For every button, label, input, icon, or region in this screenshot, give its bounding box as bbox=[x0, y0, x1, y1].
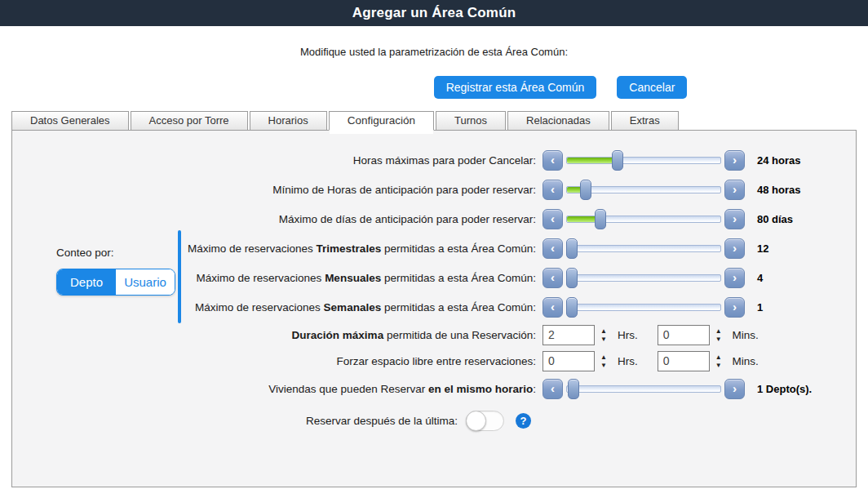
conteo-section-divider bbox=[178, 230, 181, 323]
slider-handle[interactable] bbox=[568, 379, 579, 399]
mins-unit-label: Mins. bbox=[733, 329, 759, 341]
chevron-right-icon: › bbox=[733, 183, 737, 195]
label-text: permitida de una Reservación: bbox=[383, 329, 536, 341]
conteo-option-usuario[interactable]: Usuario bbox=[116, 269, 175, 295]
label-text: Máximo de reservaciones bbox=[195, 301, 324, 313]
row-duracion-maxima: Duración máxima permitida de una Reserva… bbox=[12, 322, 856, 348]
slider-track[interactable] bbox=[566, 186, 721, 193]
slider-handle[interactable] bbox=[566, 297, 578, 318]
slider-track[interactable] bbox=[566, 385, 721, 393]
last-reservation-toggle[interactable] bbox=[466, 411, 504, 431]
tab-configuracion[interactable]: Configuración bbox=[329, 111, 434, 131]
tab-extras[interactable]: Extras bbox=[611, 111, 679, 131]
tab-datos-generales[interactable]: Datos Generales bbox=[11, 111, 129, 131]
spinner-down-icon[interactable]: ▼ bbox=[715, 336, 722, 342]
slider-value: 80 días bbox=[757, 213, 793, 225]
row-forzar-espacio: Forzar espacio libre entre reservaciones… bbox=[12, 348, 856, 374]
setting-label: Mínimo de Horas de anticipación para pod… bbox=[12, 184, 536, 196]
slider-handle[interactable] bbox=[612, 150, 623, 171]
slider-decrement-button[interactable]: ‹ bbox=[542, 297, 563, 318]
chevron-right-icon: › bbox=[733, 212, 737, 225]
hours-unit-label: Hrs. bbox=[618, 355, 638, 367]
mensuales-slider: ‹ › bbox=[542, 268, 745, 288]
row-minimo-horas-anticipacion: Mínimo de Horas de anticipación para pod… bbox=[12, 175, 856, 204]
tab-acceso-por-torre[interactable]: Acceso por Torre bbox=[131, 111, 248, 131]
slider-decrement-button[interactable]: ‹ bbox=[542, 268, 563, 288]
gap-mins-input[interactable] bbox=[658, 351, 710, 371]
cancel-button[interactable]: Cancelar bbox=[617, 76, 687, 99]
configuration-panel: Conteo por: Depto Usuario Horas máximas … bbox=[11, 130, 857, 487]
slider-handle[interactable] bbox=[595, 209, 606, 229]
duration-mins-spinner: ▲▼ bbox=[715, 328, 722, 342]
spinner-down-icon[interactable]: ▼ bbox=[600, 362, 607, 368]
tab-horarios[interactable]: Horarios bbox=[250, 111, 327, 131]
setting-label: Viviendas que pueden Reservar en el mism… bbox=[12, 383, 536, 395]
setting-label: Máximo de reservaciones Semanales permit… bbox=[12, 301, 536, 313]
spinner-down-icon[interactable]: ▼ bbox=[715, 362, 722, 368]
slider-decrement-button[interactable]: ‹ bbox=[542, 238, 563, 259]
row-viviendas-mismo-horario: Viviendas que pueden Reservar en el mism… bbox=[12, 374, 856, 403]
slider-handle[interactable] bbox=[566, 238, 578, 259]
slider-increment-button[interactable]: › bbox=[724, 209, 745, 229]
slider-track[interactable] bbox=[566, 157, 721, 164]
slider-value: 48 horas bbox=[757, 184, 800, 196]
instruction-text: Modifique usted la parametrización de es… bbox=[0, 46, 868, 58]
slider-track[interactable] bbox=[566, 304, 721, 311]
duration-hours-input[interactable] bbox=[542, 325, 595, 345]
slider-value: 1 bbox=[757, 301, 763, 313]
slider-decrement-button[interactable]: ‹ bbox=[542, 180, 563, 200]
spinner-up-icon[interactable]: ▲ bbox=[715, 354, 722, 360]
help-icon[interactable]: ? bbox=[516, 413, 531, 429]
slider-increment-button[interactable]: › bbox=[724, 150, 745, 171]
slider-handle[interactable] bbox=[580, 180, 591, 200]
slider-increment-button[interactable]: › bbox=[724, 379, 745, 399]
spinner-up-icon[interactable]: ▲ bbox=[715, 328, 722, 334]
spinner-up-icon[interactable]: ▲ bbox=[600, 328, 607, 334]
duration-mins-input[interactable] bbox=[658, 325, 710, 345]
toggle-knob[interactable] bbox=[466, 411, 486, 431]
chevron-left-icon: ‹ bbox=[551, 382, 555, 394]
slider-increment-button[interactable]: › bbox=[724, 268, 745, 288]
slider-value: 24 horas bbox=[757, 154, 800, 167]
label-text: permitidas a esta Área Común: bbox=[381, 242, 536, 255]
register-button[interactable]: Registrar esta Área Común bbox=[434, 76, 597, 99]
page-title: Agregar un Área Común bbox=[352, 5, 516, 21]
slider-track[interactable] bbox=[566, 216, 721, 223]
gap-hours-input[interactable] bbox=[542, 351, 595, 371]
slider-decrement-button[interactable]: ‹ bbox=[542, 379, 563, 399]
slider-track[interactable] bbox=[566, 245, 721, 252]
row-horas-maximas-cancelar: Horas máximas para poder Cancelar: ‹ › 2… bbox=[12, 145, 856, 175]
setting-label: Máximo de días de anticipación para pode… bbox=[12, 213, 536, 225]
chevron-right-icon: › bbox=[733, 242, 737, 254]
row-maximo-dias-anticipacion: Máximo de días de anticipación para pode… bbox=[12, 204, 856, 233]
slider-track[interactable] bbox=[566, 274, 721, 282]
slider-decrement-button[interactable]: ‹ bbox=[542, 209, 563, 229]
slider-increment-button[interactable]: › bbox=[724, 238, 745, 259]
label-text: Máximo de días de anticipación para pode… bbox=[279, 213, 536, 225]
spinner-down-icon[interactable]: ▼ bbox=[600, 336, 607, 342]
gap-mins-spinner: ▲▼ bbox=[715, 354, 722, 368]
spinner-up-icon[interactable]: ▲ bbox=[600, 354, 607, 360]
chevron-left-icon: ‹ bbox=[551, 153, 555, 166]
chevron-left-icon: ‹ bbox=[551, 300, 555, 313]
slider-increment-button[interactable]: › bbox=[724, 180, 745, 200]
chevron-right-icon: › bbox=[733, 153, 737, 166]
chevron-right-icon: › bbox=[733, 382, 737, 394]
mins-unit-label: Mins. bbox=[733, 355, 759, 367]
conteo-por-label: Conteo por: bbox=[56, 247, 175, 259]
conteo-segmented-control: Depto Usuario bbox=[56, 269, 175, 296]
chevron-left-icon: ‹ bbox=[551, 183, 555, 195]
slider-increment-button[interactable]: › bbox=[724, 297, 745, 318]
tab-relacionadas[interactable]: Relacionadas bbox=[507, 111, 609, 131]
slider-handle[interactable] bbox=[566, 268, 578, 288]
conteo-option-depto[interactable]: Depto bbox=[57, 269, 116, 295]
label-bold-text: en el mismo horario bbox=[428, 383, 533, 395]
setting-label: Horas máximas para poder Cancelar: bbox=[12, 154, 536, 167]
slider-value: 12 bbox=[757, 242, 768, 255]
tab-turnos[interactable]: Turnos bbox=[436, 111, 506, 131]
maximo-dias-slider: ‹ › bbox=[542, 209, 745, 229]
slider-decrement-button[interactable]: ‹ bbox=[542, 150, 563, 171]
label-text: Viviendas que pueden Reservar bbox=[268, 383, 428, 395]
setting-label: Forzar espacio libre entre reservaciones… bbox=[12, 355, 536, 367]
trimestrales-slider: ‹ › bbox=[542, 238, 745, 259]
